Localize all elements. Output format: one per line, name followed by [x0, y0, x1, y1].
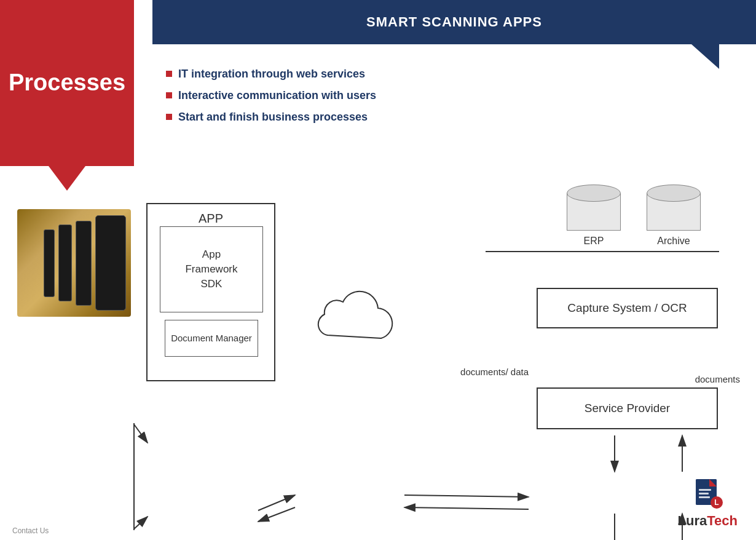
doc-manager-box: Document Manager [165, 320, 258, 357]
bullet-text-2: Interactive communication with users [178, 89, 376, 102]
docs-data-label: documents/ data [460, 366, 529, 378]
svg-rect-8 [699, 496, 710, 498]
erp-section: ERP [567, 185, 621, 247]
framework-box: AppFrameworkSDK [160, 226, 263, 312]
bullet-icon-3 [166, 114, 172, 120]
diagram-area: APP AppFrameworkSDK Document Manager ERP [0, 185, 756, 503]
capture-box: Capture System / OCR [537, 288, 718, 328]
archive-label: Archive [657, 236, 690, 247]
bullets-section: IT integration through web services Inte… [166, 68, 547, 132]
phone-image [17, 209, 131, 317]
phone-2 [58, 224, 72, 301]
capture-text: Capture System / OCR [567, 301, 687, 315]
archive-top [647, 185, 701, 202]
bullet-1: IT integration through web services [166, 68, 547, 81]
archive-cylinder-wrap: Archive [647, 185, 701, 247]
erp-top [567, 185, 621, 202]
bullet-text-3: Start and finish business processes [178, 111, 368, 124]
horizontal-divider [486, 251, 719, 252]
archive-section: Archive [647, 185, 701, 247]
luratech-text: Lura Tech [678, 513, 738, 529]
doc-manager-text: Document Manager [171, 332, 252, 344]
processes-title: Processes [9, 70, 125, 96]
bullet-3: Start and finish business processes [166, 111, 547, 124]
lura-part: Lura [678, 513, 707, 529]
app-label: APP [148, 212, 274, 226]
arrow-phone-app-bottom [134, 517, 148, 529]
blue-banner: SMART SCANNING APPS [152, 0, 756, 44]
bullet-icon-2 [166, 92, 172, 98]
erp-label: ERP [584, 236, 604, 247]
tablet [95, 215, 126, 311]
luratech-logo: L Lura Tech [678, 477, 738, 529]
arrow-doc-to-cloud [258, 495, 295, 510]
arrow-service-to-cloud [404, 507, 529, 509]
bullet-text-1: IT integration through web services [178, 68, 365, 81]
bullet-icon-1 [166, 71, 172, 77]
erp-cylinder [567, 185, 621, 231]
bullet-2: Interactive communication with users [166, 89, 547, 102]
documents-label: documents [695, 374, 740, 384]
tech-part: Tech [707, 513, 738, 529]
arrow-cloud-to-doc [258, 507, 295, 522]
red-processes-box: Processes [0, 0, 134, 166]
framework-text: AppFrameworkSDK [185, 247, 237, 291]
arrow-phone-app-top [134, 424, 148, 443]
svg-rect-6 [699, 489, 711, 491]
svg-text:L: L [714, 498, 719, 507]
bottom-note: Contact Us [12, 526, 49, 535]
service-provider-box: Service Provider [537, 387, 718, 429]
cloud-shape [295, 283, 403, 369]
arrow-cloud-to-service [404, 495, 529, 497]
erp-cylinder-wrap: ERP [567, 185, 621, 247]
phone-3 [76, 221, 92, 306]
phone-1 [44, 229, 55, 297]
svg-rect-7 [699, 493, 709, 494]
banner-title: SMART SCANNING APPS [366, 14, 542, 30]
service-text: Service Provider [585, 402, 670, 415]
archive-cylinder [647, 185, 701, 231]
lura-icon: L [691, 477, 725, 510]
